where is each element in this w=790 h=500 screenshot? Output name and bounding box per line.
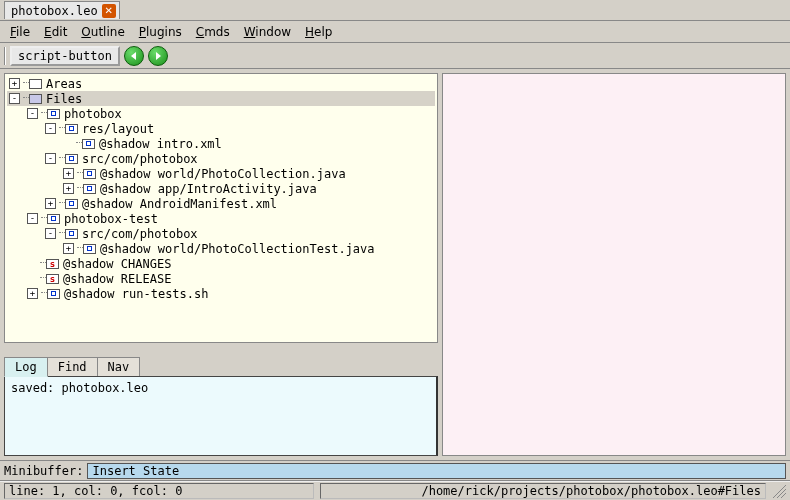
tab-nav[interactable]: Nav (97, 357, 141, 377)
node-icon (65, 124, 78, 134)
node-icon (83, 169, 96, 179)
expand-icon[interactable]: + (63, 168, 74, 179)
menu-cmds[interactable]: Cmds (190, 23, 236, 41)
tree-row[interactable]: -src/com/photobox (7, 151, 435, 166)
tree-row[interactable]: +@shadow world/PhotoCollectionTest.java (7, 241, 435, 256)
body-editor[interactable] (442, 73, 786, 456)
collapse-icon[interactable]: - (27, 213, 38, 224)
tree-row[interactable]: -res/layout (7, 121, 435, 136)
tree-row[interactable]: @shadow intro.xml (7, 136, 435, 151)
nav-forward-button[interactable] (148, 46, 168, 66)
tree-label: @shadow app/IntroActivity.java (100, 182, 317, 196)
menu-window[interactable]: Window (238, 23, 297, 41)
minibuffer-value: Insert State (92, 464, 179, 478)
tree-label: photobox (64, 107, 122, 121)
tree-row[interactable]: s@shadow CHANGES (7, 256, 435, 271)
tree-row[interactable]: +@shadow AndroidManifest.xml (7, 196, 435, 211)
collapse-icon[interactable]: - (27, 108, 38, 119)
close-icon[interactable]: ✕ (102, 4, 116, 18)
document-tab[interactable]: photobox.leo ✕ (4, 1, 120, 19)
log-body[interactable]: saved: photobox.leo (4, 376, 438, 456)
titlebar: photobox.leo ✕ (0, 0, 790, 21)
log-tabs: Log Find Nav (4, 355, 438, 377)
node-icon (83, 184, 96, 194)
menu-edit[interactable]: Edit (38, 23, 73, 41)
tree-label: @shadow AndroidManifest.xml (82, 197, 277, 211)
menu-file[interactable]: File (4, 23, 36, 41)
tree-label: @shadow world/PhotoCollectionTest.java (100, 242, 375, 256)
expand-icon[interactable]: + (45, 198, 56, 209)
menu-outline[interactable]: Outline (75, 23, 130, 41)
expand-icon[interactable]: + (63, 183, 74, 194)
statusbar: line: 1, col: 0, fcol: 0 /home/rick/proj… (0, 481, 790, 499)
tree-row[interactable]: s@shadow RELEASE (7, 271, 435, 286)
node-icon (29, 79, 42, 89)
expand-icon[interactable]: + (27, 288, 38, 299)
collapse-icon[interactable]: - (45, 153, 56, 164)
tree-label: @shadow RELEASE (63, 272, 171, 286)
tab-find[interactable]: Find (47, 357, 98, 377)
collapse-icon[interactable]: - (9, 93, 20, 104)
tree-row[interactable]: +@shadow world/PhotoCollection.java (7, 166, 435, 181)
minibuffer-input[interactable]: Insert State (87, 463, 786, 479)
minibuffer-row: Minibuffer: Insert State (0, 461, 790, 481)
status-path: /home/rick/projects/photobox/photobox.le… (320, 483, 766, 499)
nav-back-button[interactable] (124, 46, 144, 66)
tree-label: res/layout (82, 122, 154, 136)
tree-label: photobox-test (64, 212, 158, 226)
node-icon (29, 94, 42, 104)
tree-row[interactable]: -photobox (7, 106, 435, 121)
tree-label: src/com/photobox (82, 152, 198, 166)
tree-label: src/com/photobox (82, 227, 198, 241)
document-title: photobox.leo (11, 4, 98, 18)
resize-grip[interactable] (772, 484, 786, 498)
tree-row[interactable]: -photobox-test (7, 211, 435, 226)
toolbar: script-button (0, 43, 790, 69)
minibuffer-label: Minibuffer: (4, 464, 83, 478)
menu-plugins[interactable]: Plugins (133, 23, 188, 41)
node-icon (65, 229, 78, 239)
arrow-left-icon (129, 51, 139, 61)
left-pane: +Areas-Files-photobox-res/layout@shadow … (4, 73, 438, 456)
tree-label: Files (46, 92, 82, 106)
node-icon (47, 289, 60, 299)
tab-log[interactable]: Log (4, 357, 48, 377)
collapse-icon[interactable]: - (45, 228, 56, 239)
tree-label: @shadow intro.xml (99, 137, 222, 151)
script-button[interactable]: script-button (10, 46, 120, 66)
tree-label: @shadow CHANGES (63, 257, 171, 271)
node-icon: s (46, 274, 59, 284)
node-icon (82, 139, 95, 149)
tree-label: @shadow world/PhotoCollection.java (100, 167, 346, 181)
tree-row[interactable]: -Files (7, 91, 435, 106)
status-position: line: 1, col: 0, fcol: 0 (4, 483, 314, 499)
collapse-icon[interactable]: - (45, 123, 56, 134)
tree-label: @shadow run-tests.sh (64, 287, 209, 301)
toolbar-handle (4, 47, 6, 65)
node-icon (47, 109, 60, 119)
expand-icon[interactable]: + (63, 243, 74, 254)
tree-row[interactable]: +Areas (7, 76, 435, 91)
arrow-right-icon (153, 51, 163, 61)
right-pane (442, 73, 786, 456)
menubar: File Edit Outline Plugins Cmds Window He… (0, 21, 790, 43)
expand-icon[interactable]: + (9, 78, 20, 89)
tree-row[interactable]: +@shadow app/IntroActivity.java (7, 181, 435, 196)
node-icon (65, 154, 78, 164)
content: +Areas-Files-photobox-res/layout@shadow … (0, 69, 790, 461)
node-icon (47, 214, 60, 224)
menu-help[interactable]: Help (299, 23, 338, 41)
tree-row[interactable]: +@shadow run-tests.sh (7, 286, 435, 301)
tree-label: Areas (46, 77, 82, 91)
node-icon (65, 199, 78, 209)
node-icon: s (46, 259, 59, 269)
tree-row[interactable]: -src/com/photobox (7, 226, 435, 241)
node-icon (83, 244, 96, 254)
outline-tree[interactable]: +Areas-Files-photobox-res/layout@shadow … (4, 73, 438, 343)
